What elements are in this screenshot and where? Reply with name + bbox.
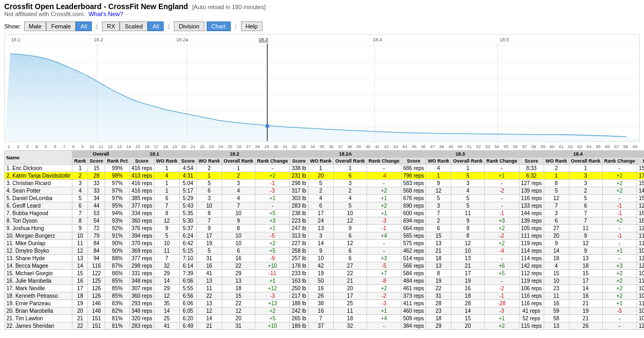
182-wo-rank: 5: [196, 180, 222, 187]
overall-rank: 4: [72, 187, 88, 195]
183-overall-rank: 13: [451, 255, 485, 262]
181-score: 369 reps: [129, 247, 154, 255]
col-182a-rank-change: Rank Change: [367, 158, 401, 165]
182a-overall-rank: 27: [333, 262, 367, 270]
183-rank-change: +2: [485, 240, 519, 247]
athlete-name[interactable]: 3. Christian Ricard: [5, 180, 72, 187]
athlete-name[interactable]: 20. Brian Marobella: [5, 307, 72, 315]
overall-rank: 20: [72, 307, 88, 315]
184-wo-rank: 5: [544, 187, 569, 195]
athlete-name[interactable]: 15. Michael Giorgio: [5, 270, 72, 277]
athlete-name[interactable]: 8. Tori Dyson: [5, 217, 72, 225]
184-rank-change: +1: [602, 247, 637, 255]
181-wo-rank: 12: [154, 292, 179, 300]
subtitle: Not affiliated with Crossfit.com. What's…: [4, 11, 640, 17]
chart-area: 18.1 18.2 18.2a 18.3 18.4 18.5: [4, 34, 640, 142]
xtick: 20: [179, 144, 188, 149]
athlete-name[interactable]: 9. Joshua Hong: [5, 225, 72, 232]
182-wo-rank: 2: [196, 165, 222, 172]
184-wo-rank: 12: [544, 195, 569, 202]
whats-new-link[interactable]: What's New?: [89, 11, 123, 17]
col-overall-pct: Rank Pct: [105, 158, 130, 165]
182-wo-rank: 19: [196, 240, 222, 247]
183-score: 566 reps: [401, 262, 426, 270]
182a-wo-rank: 13: [308, 225, 333, 232]
182a-score: 283 lb: [290, 202, 308, 210]
184-wo-rank: 11: [544, 292, 569, 300]
184-overall-rank: 1: [569, 165, 602, 172]
183-overall-rank: 14: [451, 307, 485, 315]
athlete-name[interactable]: 21. Tim Lawton: [5, 315, 72, 322]
athlete-name[interactable]: 10. Morgan Bungerz: [5, 232, 72, 240]
athlete-name[interactable]: 1. Eric Dickson: [5, 165, 72, 172]
185-score: 122 reps: [637, 255, 644, 262]
xtick: 26: [235, 144, 244, 149]
182a-wo-rank: 42: [308, 262, 333, 270]
athlete-name[interactable]: 17. Mark Neville: [5, 285, 72, 292]
182-score: 5:37: [179, 225, 196, 232]
athlete-name[interactable]: 6. Geoff Leard: [5, 202, 72, 210]
181-score: 348 reps: [129, 307, 154, 315]
athlete-name[interactable]: 11. Mike Dunlap: [5, 240, 72, 247]
182-wo-rank: 13: [196, 277, 222, 285]
section-185: 18.5: [637, 151, 644, 158]
183-rank-change: -: [485, 165, 519, 172]
athlete-name[interactable]: 19. Ernie Parizeau: [5, 300, 72, 307]
show-label: Show:: [4, 23, 21, 30]
184-rank-change: -: [602, 165, 637, 172]
athlete-name[interactable]: 12. Dmytro Boyko: [5, 247, 72, 255]
182a-wo-rank: 50: [308, 277, 333, 285]
183-overall-rank: 3: [451, 180, 485, 187]
182-wo-rank: 5: [196, 247, 222, 255]
division-button[interactable]: Division: [174, 21, 204, 31]
col-header-name: Name: [5, 151, 72, 165]
182-score: 5:04: [179, 180, 196, 187]
chart-button[interactable]: Chart: [207, 21, 231, 31]
athlete-name[interactable]: 13. Shane Hyde: [5, 255, 72, 262]
scale-scaled-button[interactable]: Scaled: [120, 21, 148, 31]
athlete-name[interactable]: 22. James Sheridan: [5, 322, 72, 330]
183-rank-change: -4: [485, 247, 519, 255]
gender-all-button[interactable]: All: [76, 21, 92, 31]
scale-rx-button[interactable]: RX: [102, 21, 120, 31]
182-overall-rank: 4: [222, 187, 255, 195]
182-overall-rank: 8: [222, 225, 255, 232]
182a-score: 223 lb: [290, 217, 308, 225]
181-wo-rank: 1: [154, 180, 179, 187]
182a-wo-rank: 3: [308, 232, 333, 240]
182-overall-rank: 12: [222, 307, 255, 315]
181-score: 416 reps: [129, 187, 154, 195]
gender-female-button[interactable]: Female: [46, 21, 76, 31]
overall-score: 15: [88, 165, 105, 172]
183-overall-rank: 16: [451, 285, 485, 292]
scale-all-button[interactable]: All: [148, 21, 164, 31]
auto-reload: [Auto reload in 180 minutes]: [192, 4, 266, 10]
athlete-name[interactable]: 7. Bubba Hagood: [5, 210, 72, 217]
184-wo-rank: 20: [544, 232, 569, 240]
182a-rank-change: +1: [367, 195, 401, 202]
183-overall-rank: 9: [451, 225, 485, 232]
gender-male-button[interactable]: Male: [24, 21, 47, 31]
section-182: 18.2: [179, 151, 290, 158]
182-rank-change: +10: [255, 262, 290, 270]
athlete-name[interactable]: 16. Julie Marobella: [5, 277, 72, 285]
181-score: 376 reps: [129, 225, 154, 232]
184-score: 116 reps: [519, 292, 544, 300]
184-wo-rank: 15: [544, 270, 569, 277]
181-wo-rank: 11: [154, 247, 179, 255]
182a-wo-rank: 37: [308, 322, 333, 330]
182-rank-change: -11: [255, 270, 290, 277]
athlete-name[interactable]: 4. Sean Potter: [5, 187, 72, 195]
help-button[interactable]: Help: [241, 21, 263, 31]
xtick: 38: [345, 144, 354, 149]
xtick: 47: [428, 144, 437, 149]
leaderboard-table: Name Overall 18.1 18.2 18.2A 18.3 18.4 1…: [4, 150, 644, 330]
athlete-name[interactable]: 5. Daniel DeLomba: [5, 195, 72, 202]
181-wo-rank: 41: [154, 322, 179, 330]
athlete-name[interactable]: 14. Becca Magee: [5, 262, 72, 270]
185-score: 127 reps: [637, 262, 644, 270]
athlete-name[interactable]: 18. Kenneth Petrasso: [5, 292, 72, 300]
athlete-name[interactable]: 2. Katrin Tanja Davidsdottir: [5, 172, 72, 180]
183-rank-change: -2: [485, 187, 519, 195]
181-score: 377 reps: [129, 255, 154, 262]
